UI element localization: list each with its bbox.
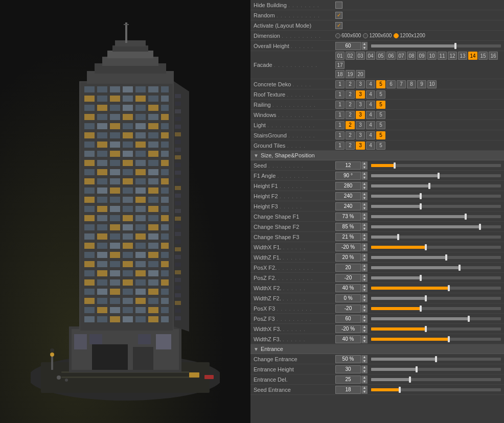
entrance-height-slider[interactable] <box>371 368 501 371</box>
px-f3-down[interactable]: ▼ <box>361 309 368 313</box>
num-btn-concrete-deko-btns-4[interactable]: 4 <box>366 80 375 88</box>
widthx-f2-input[interactable] <box>335 284 361 292</box>
facade-btn-15[interactable]: 15 <box>478 52 488 60</box>
num-btn-concrete-deko-btns-10[interactable]: 10 <box>427 80 437 88</box>
entrance-del-input[interactable] <box>335 375 361 384</box>
ed-up[interactable]: ▲ <box>361 375 368 380</box>
facade-btn-20[interactable]: 20 <box>356 70 365 78</box>
num-btn-railing-btns-2[interactable]: 2 <box>346 101 355 109</box>
height-f2-down[interactable]: ▼ <box>361 196 368 200</box>
se-up[interactable]: ▲ <box>361 386 368 390</box>
posx-f3-slider[interactable] <box>371 307 501 310</box>
f1-angle-up[interactable]: ▲ <box>361 172 368 176</box>
facade-btn-13[interactable]: 13 <box>458 52 467 60</box>
wz-f1-down[interactable]: ▼ <box>361 257 368 262</box>
num-btn-concrete-deko-btns-8[interactable]: 8 <box>407 80 416 88</box>
dim-1200x1200-item[interactable]: 1200x1200 <box>394 33 425 38</box>
num-btn-light-btns-2[interactable]: 2 <box>346 121 355 129</box>
pz-f2-down[interactable]: ▼ <box>361 278 368 282</box>
height-f1-down[interactable]: ▼ <box>361 186 368 190</box>
height-f3-down[interactable]: ▼ <box>361 206 368 210</box>
num-btn-ground-tiles-btns-4[interactable]: 4 <box>366 142 375 150</box>
px-f3-up[interactable]: ▲ <box>361 304 368 309</box>
height-f1-input[interactable] <box>335 182 361 190</box>
num-btn-stairs-ground-btns-5[interactable]: 5 <box>376 131 385 139</box>
widthx-f1-input[interactable] <box>335 243 361 251</box>
num-btn-stairs-ground-btns-1[interactable]: 1 <box>335 131 345 139</box>
height-f3-up[interactable]: ▲ <box>361 202 368 206</box>
num-btn-roof-texture-btns-2[interactable]: 2 <box>346 90 355 99</box>
height-f3-slider[interactable] <box>371 205 501 208</box>
eh-down[interactable]: ▼ <box>361 369 368 373</box>
num-btn-windows-btns-1[interactable]: 1 <box>335 111 345 119</box>
height-f2-up[interactable]: ▲ <box>361 192 368 196</box>
change-shape-f1-input[interactable] <box>335 213 361 221</box>
wz-f3-down[interactable]: ▼ <box>361 339 368 343</box>
facade-btn-04[interactable]: 04 <box>366 52 375 60</box>
facade-btn-05[interactable]: 05 <box>376 52 385 60</box>
wx-f1-down[interactable]: ▼ <box>361 247 368 251</box>
facade-btn-14[interactable]: 14 <box>468 52 477 60</box>
pz-f2-up[interactable]: ▲ <box>361 274 368 278</box>
num-btn-concrete-deko-btns-5[interactable]: 5 <box>376 80 385 88</box>
ce-up[interactable]: ▲ <box>361 355 368 359</box>
num-btn-windows-btns-3[interactable]: 3 <box>356 111 365 119</box>
change-entrance-slider[interactable] <box>371 358 501 361</box>
num-btn-ground-tiles-btns-2[interactable]: 2 <box>346 142 355 150</box>
widthz-f1-slider[interactable] <box>371 256 501 259</box>
px-f2-down[interactable]: ▼ <box>361 268 368 272</box>
seed-entrance-slider[interactable] <box>371 388 501 391</box>
num-btn-concrete-deko-btns-3[interactable]: 3 <box>356 80 365 88</box>
num-btn-stairs-ground-btns-2[interactable]: 2 <box>346 131 355 139</box>
cs-f3-up[interactable]: ▲ <box>361 233 368 237</box>
facade-btn-17[interactable]: 17 <box>335 61 345 69</box>
cs-f1-down[interactable]: ▼ <box>361 217 368 221</box>
widthz-f3-slider[interactable] <box>371 338 501 341</box>
widthx-f2-slider[interactable] <box>371 287 501 290</box>
wz-f2-up[interactable]: ▲ <box>361 294 368 298</box>
ce-down[interactable]: ▼ <box>361 359 368 363</box>
overall-height-slider[interactable] <box>371 44 501 48</box>
cs-f3-down[interactable]: ▼ <box>361 237 368 241</box>
widthx-f3-input[interactable] <box>335 325 361 333</box>
f1-angle-input[interactable] <box>335 172 361 180</box>
num-btn-roof-texture-btns-5[interactable]: 5 <box>376 90 385 99</box>
size-shape-section-header[interactable]: ▼ Size, Shape&Position <box>250 151 504 160</box>
facade-btn-06[interactable]: 06 <box>386 52 396 60</box>
posx-f2-slider[interactable] <box>371 266 501 269</box>
facade-btn-09[interactable]: 09 <box>417 52 426 60</box>
height-f2-input[interactable] <box>335 192 361 200</box>
num-btn-roof-texture-btns-3[interactable]: 3 <box>356 90 365 99</box>
facade-btn-08[interactable]: 08 <box>407 52 416 60</box>
num-btn-roof-texture-btns-1[interactable]: 1 <box>335 90 345 99</box>
change-shape-f2-input[interactable] <box>335 223 361 231</box>
overall-height-input[interactable] <box>335 42 361 50</box>
num-btn-railing-btns-4[interactable]: 4 <box>366 101 375 109</box>
wz-f3-up[interactable]: ▲ <box>361 335 368 339</box>
dim-1200x1200-radio[interactable] <box>394 33 399 38</box>
entrance-section-header[interactable]: ▼ Entrance <box>250 344 504 354</box>
cs-f2-down[interactable]: ▼ <box>361 227 368 231</box>
num-btn-roof-texture-btns-4[interactable]: 4 <box>366 90 375 99</box>
activate-layout-checkbox[interactable] <box>335 22 342 29</box>
num-btn-windows-btns-5[interactable]: 5 <box>376 111 385 119</box>
wx-f3-up[interactable]: ▲ <box>361 325 368 329</box>
num-btn-windows-btns-2[interactable]: 2 <box>346 111 355 119</box>
num-btn-concrete-deko-btns-2[interactable]: 2 <box>346 80 355 88</box>
seed-up[interactable]: ▲ <box>361 161 368 166</box>
seed-input[interactable] <box>335 161 361 170</box>
num-btn-railing-btns-3[interactable]: 3 <box>356 101 365 109</box>
ed-down[interactable]: ▼ <box>361 380 368 384</box>
wx-f1-up[interactable]: ▲ <box>361 243 368 247</box>
widthz-f2-input[interactable] <box>335 294 361 302</box>
num-btn-concrete-deko-btns-1[interactable]: 1 <box>335 80 345 88</box>
num-btn-light-btns-5[interactable]: 5 <box>376 121 385 129</box>
posz-f2-slider[interactable] <box>371 276 501 279</box>
num-btn-railing-btns-5[interactable]: 5 <box>376 101 385 109</box>
posx-f2-input[interactable] <box>335 264 361 272</box>
seed-down[interactable]: ▼ <box>361 166 368 170</box>
facade-btn-18[interactable]: 18 <box>335 70 345 78</box>
entrance-del-slider[interactable] <box>371 378 501 381</box>
facade-btn-03[interactable]: 03 <box>356 52 365 60</box>
num-btn-stairs-ground-btns-3[interactable]: 3 <box>356 131 365 139</box>
